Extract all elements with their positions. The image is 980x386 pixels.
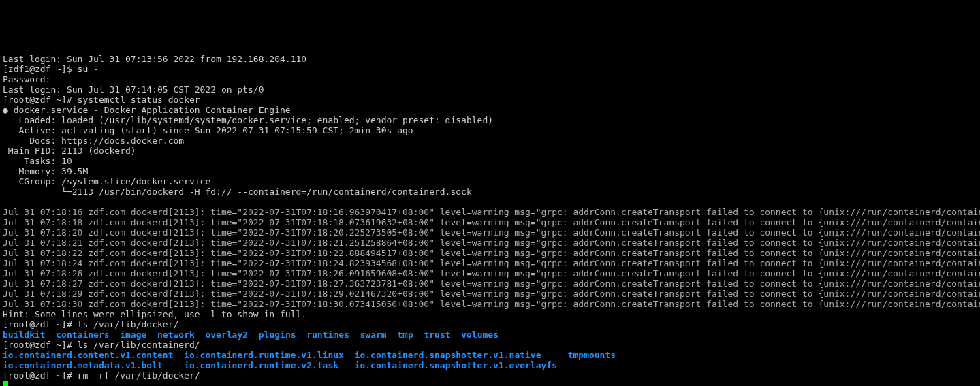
ls-containerd-item: io.containerd.metadata.v1.bolt bbox=[3, 360, 163, 370]
log-line-6: Jul 31 07:18:26 zdf.com dockerd[2113]: t… bbox=[3, 268, 980, 278]
root-prompt: [root@zdf ~]# bbox=[3, 95, 78, 105]
ls-containerd-item: io.containerd.runtime.v1.linux bbox=[184, 350, 344, 360]
log-line-3: Jul 31 07:18:21 zdf.com dockerd[2113]: t… bbox=[3, 238, 980, 248]
user-prompt: [zdf1@zdf ~]$ bbox=[3, 64, 78, 74]
ls-docker-item: image bbox=[120, 329, 146, 340]
last-login-user: Last login: Sun Jul 31 07:13:56 2022 fro… bbox=[3, 54, 306, 64]
log-line-8: Jul 31 07:18:29 zdf.com dockerd[2113]: t… bbox=[3, 289, 980, 299]
password-prompt: Password: bbox=[3, 74, 50, 84]
blank-line bbox=[3, 197, 8, 207]
ls-containerd-command: ls /var/lib/containerd/ bbox=[78, 340, 200, 350]
log-line-5: Jul 31 07:18:24 zdf.com dockerd[2113]: t… bbox=[3, 258, 980, 268]
ls-docker-item: overlay2 bbox=[205, 329, 248, 340]
ls-docker-item: volumes bbox=[461, 329, 499, 340]
log-line-1: Jul 31 07:18:18 zdf.com dockerd[2113]: t… bbox=[3, 217, 980, 227]
su-command: su - bbox=[78, 64, 99, 74]
log-line-9: Jul 31 07:18:30 zdf.com dockerd[2113]: t… bbox=[3, 299, 980, 309]
root-prompt: [root@zdf ~]# bbox=[3, 340, 78, 350]
log-line-7: Jul 31 07:18:27 zdf.com dockerd[2113]: t… bbox=[3, 278, 980, 289]
hint-line: Hint: Some lines were ellipsized, use -l… bbox=[3, 309, 306, 319]
service-memory: Memory: 39.5M bbox=[3, 166, 88, 176]
log-line-2: Jul 31 07:18:20 zdf.com dockerd[2113]: t… bbox=[3, 227, 980, 238]
service-cgroup-proc: └─2113 /usr/bin/dockerd -H fd:// --conta… bbox=[3, 187, 472, 197]
ls-docker-item: network bbox=[157, 329, 195, 340]
service-docs: Docs: https://docs.docker.com bbox=[3, 135, 184, 146]
ls-containerd-item: tmpmounts bbox=[568, 350, 616, 360]
ls-docker-item: swarm bbox=[360, 329, 386, 340]
service-tasks: Tasks: 10 bbox=[3, 156, 72, 166]
service-loaded: Loaded: loaded (/usr/lib/systemd/system/… bbox=[3, 115, 493, 125]
ls-containerd-item: io.containerd.content.v1.content bbox=[3, 350, 173, 360]
service-active: Active: activating (start) since Sun 202… bbox=[3, 125, 413, 135]
ls-docker-command: ls /var/lib/docker/ bbox=[78, 319, 179, 329]
cursor bbox=[3, 381, 8, 386]
ls-docker-item: containers bbox=[56, 329, 109, 340]
ls-docker-item: trust bbox=[424, 329, 450, 340]
ls-docker-item: runtimes bbox=[306, 329, 349, 340]
last-login-root: Last login: Sun Jul 31 07:14:05 CST 2022… bbox=[3, 84, 264, 95]
rm-command: rm -rf /var/lib/docker/ bbox=[78, 370, 200, 381]
ls-docker-item: tmp bbox=[397, 329, 413, 340]
service-header: ● docker.service - Docker Application Co… bbox=[3, 105, 291, 115]
ls-containerd-item: io.containerd.snapshotter.v1.native bbox=[355, 350, 541, 360]
ls-containerd-item: io.containerd.snapshotter.v1.overlayfs bbox=[355, 360, 557, 370]
root-prompt: [root@zdf ~]# bbox=[3, 319, 78, 329]
service-cgroup: CGroup: /system.slice/docker.service bbox=[3, 176, 210, 187]
service-mainpid: Main PID: 2113 (dockerd) bbox=[3, 146, 136, 156]
log-line-0: Jul 31 07:18:16 zdf.com dockerd[2113]: t… bbox=[3, 207, 980, 217]
root-prompt: [root@zdf ~]# bbox=[3, 370, 78, 381]
ls-docker-item: plugins bbox=[259, 329, 296, 340]
log-line-4: Jul 31 07:18:22 zdf.com dockerd[2113]: t… bbox=[3, 248, 980, 258]
terminal[interactable]: Last login: Sun Jul 31 07:13:56 2022 fro… bbox=[0, 51, 980, 386]
systemctl-status-command: systemctl status docker bbox=[78, 95, 200, 105]
ls-containerd-item: io.containerd.runtime.v2.task bbox=[184, 360, 338, 370]
ls-docker-item: buildkit bbox=[3, 329, 46, 340]
